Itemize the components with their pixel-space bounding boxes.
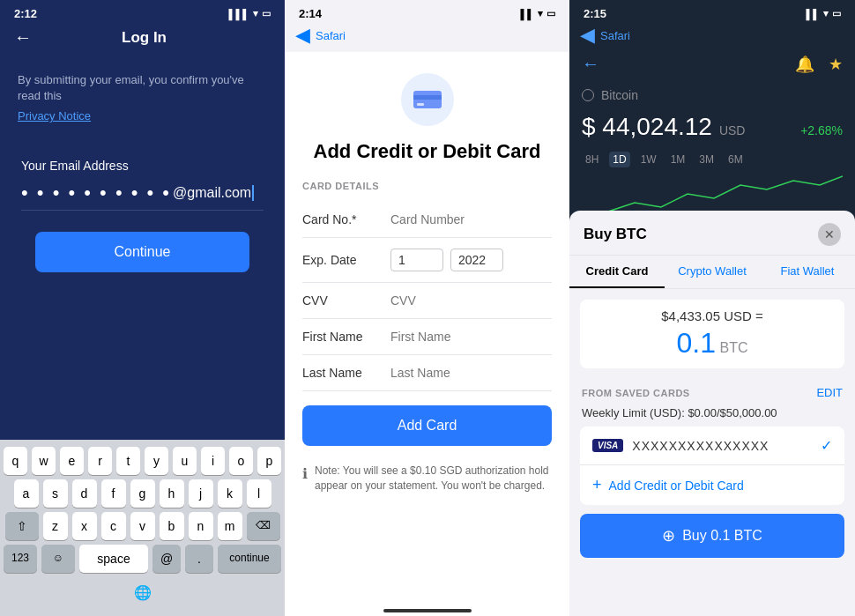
keyboard: q w e r t y u i o p a s d f g h j k l ⇧ … (0, 440, 285, 616)
coin-name: Bitcoin (601, 88, 638, 102)
key-r[interactable]: r (88, 447, 112, 475)
key-at[interactable]: @ (152, 545, 181, 573)
price-row: $ 44,024.12 USD +2.68% (569, 109, 855, 148)
time-tab-1w[interactable]: 1W (637, 152, 660, 167)
tab-crypto-wallet[interactable]: Crypto Wallet (665, 256, 760, 288)
exp-year-input[interactable] (450, 249, 503, 271)
plus-icon: + (592, 476, 602, 494)
key-c[interactable]: c (101, 512, 126, 540)
key-continue[interactable]: continue (218, 545, 281, 573)
keyboard-row-2: a s d f g h j k l (4, 479, 281, 508)
back-button-1[interactable]: ← (14, 27, 32, 48)
nav-back-icon[interactable]: ← (582, 54, 599, 74)
keyboard-row-4: 123 ☺ space @ . continue (4, 545, 281, 573)
key-emoji[interactable]: ☺ (41, 545, 75, 573)
keyboard-row-1: q w e r t y u i o p (4, 447, 281, 475)
key-f[interactable]: f (101, 479, 126, 508)
cvv-input[interactable] (390, 293, 552, 308)
card-mask: XXXXXXXXXXXXXXX (632, 439, 821, 453)
buy-button[interactable]: ⊕ Buy 0.1 BTC (580, 514, 844, 558)
key-j[interactable]: j (189, 479, 213, 508)
add-card-title: Add Credit or Debit Card (302, 140, 552, 163)
key-t[interactable]: t (116, 447, 140, 475)
email-label: Your Email Address (21, 159, 264, 173)
key-dot[interactable]: . (185, 545, 213, 573)
key-d[interactable]: d (72, 479, 97, 508)
buy-icon: ⊕ (662, 526, 675, 545)
amount-btc-unit: BTC (719, 340, 747, 355)
visa-icon: VISA (592, 439, 623, 452)
close-button[interactable]: ✕ (818, 223, 841, 246)
time-3: 2:15 (584, 7, 606, 20)
tab-fiat-wallet[interactable]: Fiat Wallet (760, 256, 855, 288)
key-i[interactable]: i (201, 447, 225, 475)
safari-back-icon-2[interactable]: ◀ (295, 24, 310, 47)
key-x[interactable]: x (72, 512, 97, 540)
key-o[interactable]: o (229, 447, 253, 475)
battery-icon: ▭ (262, 8, 271, 19)
time-tab-6m[interactable]: 6M (725, 152, 747, 167)
key-h[interactable]: h (160, 479, 184, 508)
edit-button[interactable]: EDIT (816, 386, 843, 399)
sheet-header: Buy BTC ✕ (569, 211, 855, 256)
time-tab-1m[interactable]: 1M (667, 152, 689, 167)
key-n[interactable]: n (189, 512, 213, 540)
star-icon[interactable]: ★ (829, 55, 843, 74)
add-card-button[interactable]: Add Card (302, 405, 552, 446)
add-card-link[interactable]: Add Credit or Debit Card (609, 479, 744, 493)
tab-credit-card[interactable]: Credit Card (569, 256, 665, 288)
bell-icon[interactable]: 🔔 (795, 55, 814, 74)
exp-month-input[interactable] (390, 249, 443, 271)
key-a[interactable]: a (14, 479, 39, 508)
key-q[interactable]: q (4, 447, 27, 475)
shift-key[interactable]: ⇧ (5, 512, 39, 540)
card-no-input[interactable] (390, 212, 552, 226)
key-b[interactable]: b (160, 512, 184, 540)
info-icon: ℹ (302, 464, 308, 484)
time-tab-8h[interactable]: 8H (582, 152, 602, 167)
login-content: By submitting your email, you confirm yo… (0, 55, 285, 290)
key-m[interactable]: m (218, 512, 242, 540)
card-icon-wrapper (302, 52, 552, 140)
safari-back-icon-3[interactable]: ◀ (580, 24, 595, 47)
privacy-link[interactable]: Privacy Notice (18, 109, 91, 122)
key-l[interactable]: l (247, 479, 271, 508)
battery-icon-3: ▭ (832, 8, 841, 19)
continue-button[interactable]: Continue (35, 232, 249, 272)
status-icons-2: ▌▌ ▾ ▭ (520, 8, 555, 19)
payment-tabs: Credit Card Crypto Wallet Fiat Wallet (569, 256, 855, 289)
key-w[interactable]: w (32, 447, 56, 475)
email-section: Your Email Address • • • • • • • • • • @… (18, 159, 267, 211)
subtitle-text: By submitting your email, you confirm yo… (18, 72, 267, 104)
amount-usd: $4,433.05 USD = (592, 308, 832, 323)
space-key[interactable]: space (79, 545, 148, 573)
first-name-input[interactable] (390, 330, 552, 344)
status-bar-1: 2:12 ▌▌▌ ▾ ▭ (0, 0, 285, 24)
nav-bar-1: ← Log In (0, 24, 285, 55)
globe-key[interactable]: 🌐 (126, 577, 160, 608)
key-z[interactable]: z (43, 512, 68, 540)
keyboard-row-3: ⇧ z x c v b n m ⌫ (4, 512, 281, 540)
key-y[interactable]: y (145, 447, 168, 475)
svg-rect-2 (417, 103, 424, 106)
key-u[interactable]: u (173, 447, 197, 475)
cvv-label: CVV (302, 293, 390, 308)
add-card-row[interactable]: + Add Credit or Debit Card (580, 465, 844, 505)
weekly-limit: Weekly Limit (USD): $0.00/$50,000.00 (569, 403, 855, 427)
key-s[interactable]: s (43, 479, 68, 508)
signal-icon-2: ▌▌ (520, 9, 534, 19)
time-tab-1d[interactable]: 1D (609, 152, 629, 167)
key-g[interactable]: g (130, 479, 155, 508)
key-k[interactable]: k (218, 479, 242, 508)
time-tab-3m[interactable]: 3M (695, 152, 717, 167)
card-row-visa[interactable]: VISA XXXXXXXXXXXXXXX ✓ (580, 427, 844, 465)
last-name-row: Last Name (302, 355, 552, 391)
time-tabs: 8H 1D 1W 1M 3M 6M (569, 148, 855, 167)
email-dots: • • • • • • • • • • (21, 182, 171, 204)
backspace-key[interactable]: ⌫ (247, 512, 280, 540)
key-v[interactable]: v (130, 512, 155, 540)
last-name-input[interactable] (390, 366, 552, 380)
key-e[interactable]: e (60, 447, 84, 475)
key-p[interactable]: p (257, 447, 281, 475)
key-123[interactable]: 123 (4, 545, 37, 573)
